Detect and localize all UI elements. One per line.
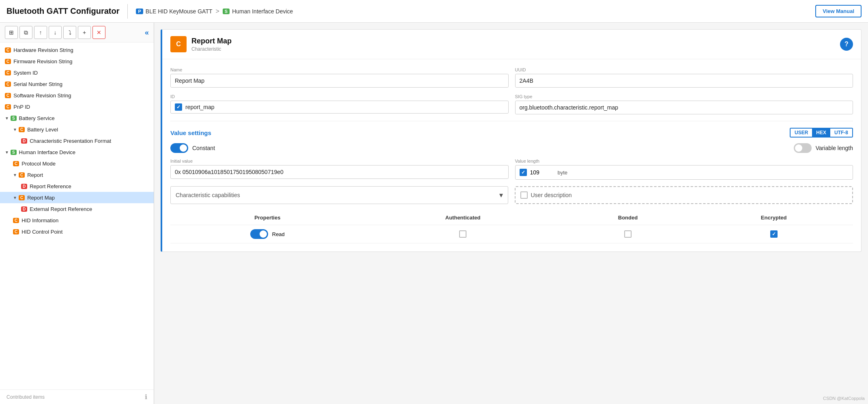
variable-length-toggle[interactable] (794, 143, 812, 153)
tree-item-human-interface-device[interactable]: ▼ S Human Interface Device (0, 146, 154, 158)
content-area: C Report Map Characteristic ? Name (154, 23, 868, 404)
breadcrumb-service-name: Human Interface Device (232, 8, 293, 15)
tree-item-battery-level[interactable]: ▼ C Battery Level (0, 124, 154, 135)
read-encrypted-checkbox[interactable] (770, 230, 778, 238)
arrow-down-icon[interactable]: ▼ (13, 173, 17, 177)
top-divider (127, 4, 128, 19)
tree-item-external-report-reference[interactable]: D External Report Reference (0, 203, 154, 215)
app-title: Bluetooth GATT Configurator (6, 6, 119, 16)
icon-d: D (21, 184, 27, 189)
arrow-down-icon[interactable]: ▼ (5, 150, 9, 155)
tree-item-software-revision[interactable]: C Software Revision String (0, 90, 154, 101)
copy-button[interactable]: ⧉ (19, 26, 32, 39)
icon-c: C (13, 161, 19, 166)
read-authenticated-checkbox[interactable] (459, 230, 466, 238)
read-toggle-cell: Read (170, 225, 365, 243)
read-authenticated-cell[interactable] (365, 225, 561, 243)
id-input[interactable] (185, 104, 504, 110)
toggle-row: Constant Variable length (170, 143, 853, 153)
new-item-button[interactable]: ⊞ (5, 26, 18, 39)
name-uuid-row: Name UUID (170, 67, 853, 88)
breadcrumb-arrow: > (216, 8, 219, 15)
icon-c: C (19, 127, 25, 132)
value-length-checkbox[interactable] (520, 169, 527, 176)
variable-length-toggle-group: Variable length (794, 143, 853, 153)
badge-p: P (136, 9, 143, 14)
import-button[interactable]: ⤵ (63, 26, 76, 39)
move-down-button[interactable]: ↓ (49, 26, 62, 39)
user-description-checkbox[interactable] (520, 191, 528, 199)
tree-item-report-reference[interactable]: D Report Reference (0, 181, 154, 192)
enc-tab-utf8[interactable]: UTF-8 (830, 129, 852, 137)
initial-value-input[interactable] (170, 165, 509, 179)
uuid-input[interactable] (515, 74, 853, 88)
col-encrypted: Encrypted (694, 211, 853, 225)
icon-c: C (5, 70, 11, 75)
icon-s: S (11, 150, 17, 155)
capabilities-dropdown-text: Characteristic capabilities (176, 192, 240, 198)
move-up-button[interactable]: ↑ (34, 26, 47, 39)
characteristic-subtitle: Characteristic (191, 46, 232, 52)
capabilities-dropdown[interactable]: Characteristic capabilities ▾ (170, 186, 508, 204)
tree-item-hid-information[interactable]: C HID Information (0, 215, 154, 226)
constant-toggle-group: Constant (170, 143, 215, 153)
card-body: Name UUID ID (162, 59, 861, 251)
enc-tab-user[interactable]: USER (791, 129, 812, 137)
tree-item-report-map[interactable]: ▼ C Report Map (0, 192, 154, 203)
enc-tab-hex[interactable]: HEX (812, 129, 830, 137)
tree-item-report[interactable]: ▼ C Report (0, 169, 154, 181)
collapse-button[interactable]: « (145, 28, 149, 37)
arrow-down-icon[interactable]: ▼ (13, 127, 17, 132)
icon-c: C (19, 172, 25, 178)
section-divider (170, 121, 853, 121)
tree-item-pnp-id[interactable]: C PnP ID (0, 101, 154, 112)
view-manual-button[interactable]: View Manual (815, 5, 862, 17)
icon-c: C (5, 82, 11, 87)
sidebar-footer: Contributed items ℹ (0, 389, 154, 404)
card-header: C Report Map Characteristic ? (162, 30, 861, 59)
help-button[interactable]: ? (840, 38, 853, 51)
dropdown-arrow-icon: ▾ (499, 191, 503, 200)
sig-type-input[interactable] (515, 101, 853, 114)
read-encrypted-cell[interactable] (694, 225, 853, 243)
read-toggle[interactable] (250, 229, 268, 239)
read-bonded-cell[interactable] (561, 225, 695, 243)
icon-c: C (5, 59, 11, 64)
value-length-input[interactable] (530, 169, 554, 176)
tree-item-system-id[interactable]: C System ID (0, 67, 154, 78)
badge-s: S (223, 9, 230, 14)
user-description-label: User description (531, 192, 572, 198)
tree-item-serial-number[interactable]: C Serial Number String (0, 78, 154, 90)
delete-button[interactable]: ✕ (92, 26, 105, 39)
id-label: ID (170, 94, 509, 99)
tree-item-hardware-revision[interactable]: C Hardware Revision String (0, 44, 154, 56)
tree-item-protocol-mode[interactable]: C Protocol Mode (0, 158, 154, 169)
icon-c: C (13, 218, 19, 223)
initial-value-row: Initial value Value length byte (170, 159, 853, 180)
icon-c: C (13, 229, 19, 234)
breadcrumb-project-name: BLE HID KeyMouse GATT (146, 8, 213, 15)
tree-item-hid-control-point[interactable]: C HID Control Point (0, 226, 154, 237)
read-label: Read (272, 231, 285, 237)
id-input-container (170, 101, 509, 114)
col-bonded: Bonded (561, 211, 695, 225)
read-bonded-checkbox[interactable] (624, 230, 632, 238)
name-field-group: Name (170, 67, 509, 88)
arrow-down-icon[interactable]: ▼ (5, 116, 9, 120)
watermark: CSDN @KatCoppola (823, 396, 865, 401)
value-settings-title: Value settings (170, 129, 790, 136)
constant-toggle[interactable] (170, 143, 188, 153)
sig-type-field-group: SIG type (515, 94, 853, 114)
id-checkbox[interactable] (175, 103, 182, 111)
add-button[interactable]: + (78, 26, 91, 39)
tree-item-char-presentation[interactable]: D Characteristic Presentation Format (0, 135, 154, 146)
arrow-down-icon[interactable]: ▼ (13, 196, 17, 200)
breadcrumb-project-item: P BLE HID KeyMouse GATT (136, 8, 212, 15)
tree-item-firmware-revision[interactable]: C Firmware Revision String (0, 56, 154, 67)
name-input[interactable] (170, 74, 509, 88)
user-description-box[interactable]: User description (515, 186, 853, 204)
header-text: Report Map Characteristic (191, 37, 232, 52)
tree-item-battery-service[interactable]: ▼ S Battery Service (0, 112, 154, 124)
properties-table: Properties Authenticated Bonded Encrypte… (170, 211, 853, 243)
initial-value-label: Initial value (170, 159, 509, 163)
